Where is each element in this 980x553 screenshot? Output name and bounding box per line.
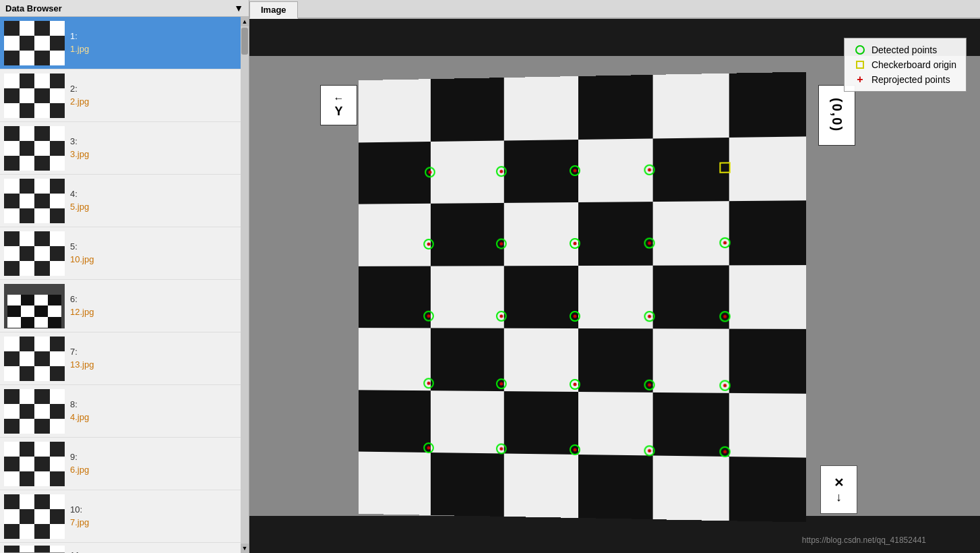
nav-x-icon: ✕: [834, 475, 844, 490]
detected-point: [644, 311, 654, 322]
detected-point: [496, 239, 507, 250]
scroll-up-arrow[interactable]: ▲: [241, 17, 249, 26]
detected-point: [496, 311, 507, 322]
list-item[interactable]: 6: 12.jpg: [0, 280, 241, 332]
sidebar-list: 1: 1.jpg 2: 2.jpg: [0, 17, 241, 553]
detected-point: [719, 237, 730, 248]
item-label: 7: 13.jpg: [70, 346, 94, 370]
legend-origin: Checkerboard origin: [854, 59, 956, 71]
main-panel: Image: [249, 0, 980, 553]
detected-point: [719, 311, 730, 322]
sidebar: Data Browser ▼ 1: 1.jpg: [0, 0, 249, 553]
legend-reprojected-label: Reprojected points: [871, 74, 950, 85]
detected-point: [570, 165, 580, 176]
legend-origin-label: Checkerboard origin: [871, 59, 956, 70]
thumbnail: [4, 442, 65, 486]
navigation-box[interactable]: ✕ ↓: [820, 465, 857, 514]
reprojected-icon: +: [854, 74, 866, 86]
square-icon: [856, 61, 864, 69]
detected-point: [423, 311, 434, 322]
watermark: https://blog.csdn.net/qq_41852441: [802, 535, 926, 545]
thumbnail: [4, 126, 65, 171]
thumbnail: [4, 284, 65, 328]
list-item[interactable]: 5: 10.jpg: [0, 227, 241, 280]
detected-point: [570, 444, 580, 455]
origin-icon: [854, 59, 866, 71]
scroll-thumb[interactable]: [241, 28, 248, 55]
checkerboard-paper: [359, 72, 807, 523]
detected-point: [425, 167, 435, 177]
sidebar-header: Data Browser ▼: [0, 0, 249, 17]
thumbnail: [4, 21, 65, 65]
list-item[interactable]: 8: 4.jpg: [0, 385, 241, 438]
item-label: 2: 2.jpg: [70, 83, 89, 107]
nav-down-arrow: ↓: [836, 490, 842, 504]
detected-point: [570, 379, 580, 390]
detected-point: [496, 166, 507, 177]
origin-point: [719, 162, 730, 173]
list-item[interactable]: 3: 3.jpg: [0, 122, 241, 175]
thumbnail: [4, 231, 65, 276]
circle-icon: [855, 45, 865, 55]
list-item[interactable]: 11:: [0, 543, 241, 553]
item-label: 8: 4.jpg: [70, 399, 89, 423]
sidebar-menu-icon[interactable]: ▼: [234, 3, 243, 13]
detected-point: [570, 311, 580, 322]
thumbnail: [4, 337, 65, 381]
coord-label: (0,0): [818, 85, 855, 146]
thumbnail: [4, 74, 65, 118]
item-label: 1: 1.jpg: [70, 30, 89, 55]
item-label: 9: 6.jpg: [70, 451, 89, 475]
detected-point: [496, 443, 507, 454]
cross-icon: +: [857, 74, 863, 85]
tab-bar: Image: [249, 0, 980, 19]
item-label: 3: 3.jpg: [70, 136, 89, 160]
image-bottom-bar: [249, 516, 980, 553]
thumbnail: [4, 546, 65, 554]
item-label: 11:: [70, 550, 82, 553]
scroll-down-arrow[interactable]: ▼: [241, 544, 249, 553]
detected-point: [644, 165, 654, 175]
item-label: 4: 5.jpg: [70, 188, 89, 212]
detected-point: [644, 445, 654, 456]
detected-point: [644, 380, 654, 390]
detected-point: [496, 378, 507, 389]
detected-point: [423, 442, 434, 453]
thumbnail: [4, 389, 65, 434]
legend-detected-label: Detected points: [871, 45, 937, 55]
sidebar-scrollbar[interactable]: ▲ ▼: [241, 17, 249, 553]
image-area: ← Y (0,0) ✕ ↓ Detected points: [249, 19, 980, 553]
list-item[interactable]: 4: 5.jpg: [0, 175, 241, 227]
list-item[interactable]: 2: 2.jpg: [0, 69, 241, 122]
item-label: 6: 12.jpg: [70, 293, 94, 318]
legend: Detected points Checkerboard origin + Re…: [844, 38, 967, 92]
tab-image[interactable]: Image: [249, 1, 298, 19]
item-label: 5: 10.jpg: [70, 241, 94, 265]
list-item[interactable]: 10: 7.jpg: [0, 490, 241, 543]
list-item[interactable]: 9: 6.jpg: [0, 438, 241, 490]
detected-point: [719, 380, 730, 390]
detected-point: [423, 239, 434, 250]
list-item[interactable]: 7: 13.jpg: [0, 332, 241, 385]
thumbnail: [4, 494, 65, 539]
legend-detected-points: Detected points: [854, 44, 956, 56]
legend-reprojected: + Reprojected points: [854, 74, 956, 86]
detected-points-icon: [854, 44, 866, 56]
detected-point: [644, 237, 654, 248]
list-item[interactable]: 1: 1.jpg: [0, 17, 241, 69]
detected-point: [423, 378, 434, 388]
detected-point: [570, 238, 580, 249]
checker-grid: [359, 72, 807, 523]
detected-point: [719, 446, 730, 457]
item-label: 10: 7.jpg: [70, 504, 89, 528]
y-axis-label: ← Y: [320, 85, 357, 125]
thumbnail: [4, 179, 65, 223]
sidebar-title: Data Browser: [5, 3, 62, 13]
